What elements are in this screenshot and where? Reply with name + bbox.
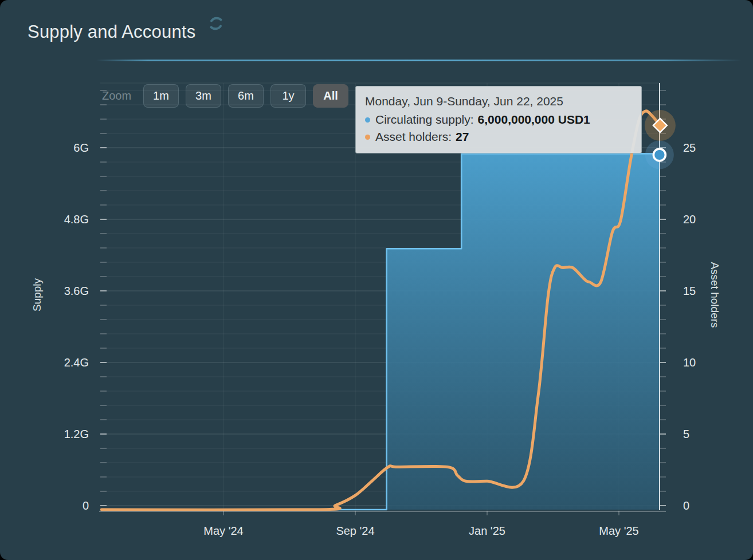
- tooltip-value: 6,000,000,000 USD1: [478, 111, 590, 128]
- tooltip-value: 27: [456, 128, 469, 145]
- y-right-tick-label: 5: [683, 428, 689, 440]
- y-left-tick-label: 0: [83, 499, 89, 512]
- zoom-buttons: 1m3m6m1yAll: [143, 84, 348, 108]
- zoom-button-3m[interactable]: 3m: [186, 84, 221, 108]
- sync-icon[interactable]: [206, 14, 226, 33]
- tooltip-rows: Circulating supply:6,000,000,000 USD1Ass…: [365, 111, 632, 145]
- zoom-button-all[interactable]: All: [313, 84, 348, 108]
- zoom-label: Zoom: [102, 89, 138, 102]
- y-right-tick-label: 25: [683, 141, 696, 154]
- series-bullet-icon: [365, 117, 370, 123]
- zoom-button-1y[interactable]: 1y: [270, 84, 306, 108]
- y-right-tick-label: 15: [683, 285, 696, 297]
- tooltip-date: Monday, Jun 9-Sunday, Jun 22, 2025: [365, 93, 632, 110]
- y-left-tick-label: 3.6G: [64, 285, 89, 297]
- chart-tooltip: Monday, Jun 9-Sunday, Jun 22, 2025 Circu…: [355, 86, 642, 153]
- tooltip-label: Asset holders:: [375, 128, 452, 145]
- y-left-tick-label: 1.2G: [64, 428, 89, 440]
- tooltip-row: Asset holders:27: [365, 128, 632, 145]
- y-right-tick-label: 20: [683, 213, 696, 226]
- y-right-tick-label: 0: [683, 499, 689, 512]
- x-tick-label: Sep '24: [336, 524, 374, 537]
- y-left-tick-label: 2.4G: [64, 356, 89, 369]
- y-right-tick-label: 10: [683, 356, 696, 369]
- circulating-supply-area: [101, 153, 660, 510]
- zoom-button-6m[interactable]: 6m: [228, 84, 264, 108]
- y-left-axis-title: Supply: [31, 278, 43, 311]
- zoom-button-1m[interactable]: 1m: [143, 84, 179, 108]
- y-left-tick-label: 6G: [73, 141, 89, 154]
- x-tick-label: May '25: [599, 524, 638, 537]
- zoom-toolbar: Zoom 1m3m6m1yAll: [102, 84, 348, 108]
- x-tick-label: May '24: [203, 524, 243, 537]
- supply-accounts-card: 01.2G2.4G3.6G4.8G6G0510152025May '24Sep …: [0, 0, 753, 560]
- tooltip-row: Circulating supply:6,000,000,000 USD1: [365, 111, 632, 128]
- circulating-supply-marker-circle[interactable]: [653, 149, 665, 161]
- page-title: Supply and Accounts: [28, 22, 195, 42]
- y-right-axis-title: Asset holders: [709, 262, 721, 328]
- series-bullet-icon: [365, 135, 370, 140]
- tooltip-label: Circulating supply:: [375, 111, 474, 128]
- x-tick-label: Jan '25: [469, 524, 505, 537]
- title-divider: [96, 60, 742, 61]
- y-left-tick-label: 4.8G: [64, 213, 89, 226]
